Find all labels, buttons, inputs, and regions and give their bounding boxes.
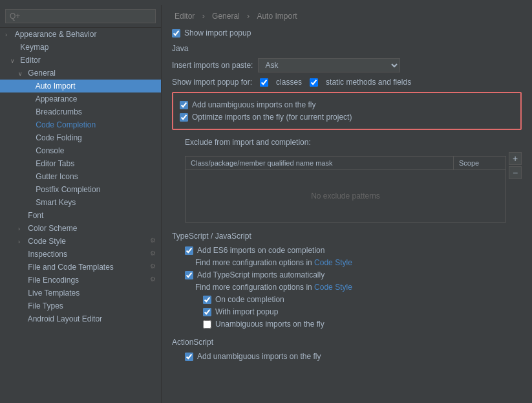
col-scope-header: Scope [454,157,505,169]
sidebar-item-auto-import[interactable]: Auto Import [0,80,161,93]
add-unambiguous-checkbox[interactable] [180,101,188,109]
insert-imports-select[interactable]: Ask Always Never [258,58,400,72]
ts-unambiguous-row: Unambiguous imports on the fly [203,320,522,329]
sidebar-item-live-templates[interactable]: Live Templates [0,287,161,300]
table-side-buttons: + − [509,152,522,223]
show-import-popup-checkbox[interactable] [172,29,180,38]
sidebar-item-breadcrumbs[interactable]: Breadcrumbs [0,105,161,118]
sidebar-item-color-scheme[interactable]: › Color Scheme [0,222,161,235]
breadcrumb-sep2: › [247,12,251,21]
ts-codestyle-link1-row: Find more configuration options in Code … [195,258,522,267]
sidebar-item-appearance[interactable]: Appearance [0,93,161,105]
ts-on-completion-row: On code completion [203,295,522,304]
unambiguous-imports-label: Unambiguous imports on the fly [215,320,325,329]
ts-add-imports-row: Add TypeScript imports automatically [185,270,522,279]
static-methods-checkbox[interactable] [310,78,318,87]
sidebar-item-code-style[interactable]: › Code Style ⚙ [0,235,161,248]
sidebar-item-code-folding[interactable]: Code Folding [0,131,161,144]
show-import-popup-label: Show import popup [184,28,251,38]
sidebar-item-editor-tabs[interactable]: Editor Tabs [0,157,161,170]
sidebar-item-android-layout-editor[interactable]: Android Layout Editor [0,312,161,325]
table-empty-text: No exclude patterns [311,191,380,201]
sidebar-item-code-completion[interactable]: Code Completion [0,118,161,131]
on-completion-checkbox[interactable] [203,296,211,304]
add-unambiguous-label: Add unambiguous imports on the fly [192,100,315,109]
classes-checkbox[interactable] [260,78,268,87]
search-input[interactable] [5,9,156,23]
sidebar-item-file-code-templates[interactable]: File and Code Templates ⚙ [0,261,161,274]
arrow-icon: › [18,226,26,232]
optimize-imports-label: Optimize imports on the fly (for current… [192,113,352,122]
search-box[interactable] [0,5,161,28]
remove-exclude-button[interactable]: − [509,166,522,179]
breadcrumb-editor: Editor [175,12,195,21]
sidebar-item-font[interactable]: Font [0,209,161,222]
sidebar: › Appearance & Behavior Keymap ∨ Editor … [0,5,162,403]
sidebar-item-keymap[interactable]: Keymap [0,41,161,54]
top-bar [0,0,532,5]
typescript-section-title: TypeScript / JavaScript [172,232,522,241]
sidebar-item-editor[interactable]: ∨ Editor [0,54,161,67]
arrow-icon: › [5,32,13,38]
ts-codestyle-text2: Find more configuration options in [195,283,314,292]
main-container: › Appearance & Behavior Keymap ∨ Editor … [0,5,532,403]
exclude-section-title: Exclude from import and completion: [185,138,522,147]
classes-label: classes [276,78,302,87]
arrow-icon: ∨ [10,58,18,64]
optimize-imports-row: Optimize imports on the fly (for current… [180,113,514,122]
on-completion-label: On code completion [215,295,284,304]
ts-auto-imports-label: Add TypeScript imports automatically [197,270,325,279]
breadcrumb-auto-import: Auto Import [257,12,297,21]
gear-icon: ⚙ [150,263,156,270]
highlighted-options: Add unambiguous imports on the fly Optim… [172,92,522,130]
col-name-header: Class/package/member qualified name mask [186,157,454,169]
gear-icon: ⚙ [150,276,156,283]
exclude-table-container: Class/package/member qualified name mask… [185,152,522,223]
add-exclude-button[interactable]: + [509,152,522,165]
es6-imports-checkbox[interactable] [185,246,193,255]
gear-icon: ⚙ [150,237,156,244]
sidebar-item-general[interactable]: ∨ General [0,67,161,80]
ts-codestyle-link2-row: Find more configuration options in Code … [195,283,522,292]
unambiguous-imports-checkbox[interactable] [203,320,211,329]
ts-es6-row: Add ES6 imports on code completion [185,246,522,255]
show-popup-for-row: Show import popup for: classes static me… [172,78,522,87]
code-style-link-1[interactable]: Code Style [314,258,352,267]
sidebar-item-console[interactable]: Console [0,144,161,157]
arrow-icon: › [18,239,26,245]
sidebar-item-file-types[interactable]: File Types [0,300,161,312]
breadcrumb-general: General [212,12,240,21]
breadcrumb-sep1: › [202,12,207,21]
exclude-table: Class/package/member qualified name mask… [185,152,506,223]
optimize-imports-checkbox[interactable] [180,113,188,122]
java-section-title: Java [172,44,522,53]
show-import-popup-row: Show import popup [172,28,522,38]
es6-imports-label: Add ES6 imports on code completion [197,246,325,255]
ts-auto-imports-checkbox[interactable] [185,271,193,279]
sidebar-item-file-encodings[interactable]: File Encodings ⚙ [0,274,161,287]
static-methods-label: static methods and fields [326,78,411,87]
code-style-link-2[interactable]: Code Style [314,283,352,292]
with-popup-checkbox[interactable] [203,308,211,316]
insert-imports-row: Insert imports on paste: Ask Always Neve… [172,58,522,72]
as-add-imports-row: Add unambiguous imports on the fly [185,352,522,361]
ts-with-popup-row: With import popup [203,307,522,316]
sidebar-item-smart-keys[interactable]: Smart Keys [0,196,161,209]
arrow-icon: ∨ [18,71,26,77]
table-header: Class/package/member qualified name mask… [186,157,505,170]
as-unambiguous-label: Add unambiguous imports on the fly [197,352,321,361]
as-unambiguous-checkbox[interactable] [185,353,193,361]
sidebar-item-gutter-icons[interactable]: Gutter Icons [0,170,161,183]
ts-codestyle-text1: Find more configuration options in [195,258,314,267]
sidebar-item-postfix-completion[interactable]: Postfix Completion [0,183,161,196]
file-encodings-label: File Encodings [28,276,79,285]
insert-imports-label: Insert imports on paste: [172,61,253,70]
add-unambiguous-row: Add unambiguous imports on the fly [180,100,514,109]
content-area: Editor › General › Auto Import Show impo… [162,5,532,403]
table-body: No exclude patterns [186,170,505,222]
gear-icon: ⚙ [150,250,156,257]
sidebar-item-appearance-behavior[interactable]: › Appearance & Behavior [0,28,161,41]
breadcrumb: Editor › General › Auto Import [172,12,522,21]
with-popup-label: With import popup [215,307,278,316]
sidebar-item-inspections[interactable]: Inspections ⚙ [0,248,161,261]
